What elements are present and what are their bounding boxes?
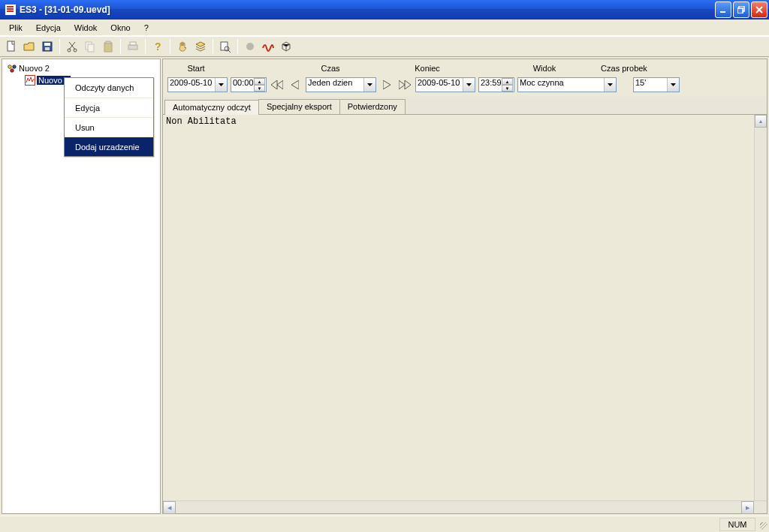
widok-value: Moc czynna	[518, 78, 604, 92]
probek-value: 15'	[634, 78, 667, 92]
svg-point-21	[13, 65, 17, 69]
content-area: Start Czas Koniec Widok Czas probek 2009…	[162, 59, 767, 514]
tree-panel: Nuovo 2 Nuovo 3 Odczyty danych Edycja Us…	[2, 59, 161, 514]
resize-grip-icon[interactable]	[755, 518, 769, 531]
scroll-up-icon[interactable]: ▲	[755, 115, 767, 128]
context-menu: Odczyty danych Edycja Usun Dodaj urzadze…	[64, 77, 154, 157]
menu-okno[interactable]: Okno	[104, 22, 136, 34]
label-koniec: Koniec	[399, 64, 456, 73]
svg-rect-17	[221, 42, 228, 50]
svg-point-22	[11, 69, 14, 73]
spinner-buttons[interactable]: ▲▼	[502, 78, 513, 92]
svg-rect-1	[720, 11, 725, 13]
document-text: Non Abilitata	[163, 115, 767, 128]
svg-rect-4	[8, 41, 14, 51]
tab-automatyczny[interactable]: Automatyczny odczyt	[164, 100, 259, 115]
label-widok: Widok	[495, 64, 594, 73]
svg-point-19	[246, 43, 254, 50]
hand-icon[interactable]	[174, 38, 191, 55]
svg-rect-3	[737, 8, 743, 14]
dropdown-arrow-icon[interactable]	[215, 78, 227, 92]
vertical-scrollbar[interactable]: ▲	[754, 115, 767, 500]
svg-rect-6	[44, 43, 50, 46]
dropdown-arrow-icon[interactable]	[363, 78, 375, 92]
tab-potwierdzony[interactable]: Potwierdzony	[339, 99, 406, 114]
client-area: Nuovo 2 Nuovo 3 Odczyty danych Edycja Us…	[0, 57, 769, 515]
start-time-spinner[interactable]: 00:00 ▲▼	[231, 77, 267, 92]
context-item-dodaj[interactable]: Dodaj urzadzenie	[65, 137, 153, 156]
dropdown-arrow-icon[interactable]	[463, 78, 475, 92]
svg-rect-11	[88, 44, 94, 52]
toolbar: ?	[0, 36, 769, 57]
scroll-right-icon[interactable]: ▶	[741, 501, 754, 514]
copy-icon[interactable]	[82, 38, 98, 55]
czas-combo[interactable]: Jeden dzien	[306, 77, 376, 92]
svg-rect-14	[128, 45, 137, 50]
spinner-buttons[interactable]: ▲▼	[254, 78, 265, 92]
wave-icon[interactable]	[260, 38, 276, 55]
end-time-spinner[interactable]: 23:59 ▲▼	[478, 77, 514, 92]
menu-edycja[interactable]: Edycja	[30, 22, 67, 34]
app-icon	[5, 4, 17, 16]
menubar: Plik Edycja Widok Okno ?	[0, 20, 769, 36]
status-num: NUM	[719, 518, 755, 531]
first-icon[interactable]	[270, 77, 285, 92]
layers-icon[interactable]	[192, 38, 209, 55]
statusbar: NUM	[0, 515, 769, 532]
save-icon[interactable]	[39, 38, 56, 55]
start-date-value: 2009-05-10	[168, 78, 215, 92]
paste-icon[interactable]	[100, 38, 116, 55]
cut-icon[interactable]	[64, 38, 80, 55]
svg-rect-12	[104, 43, 112, 52]
svg-rect-7	[45, 47, 50, 50]
dropdown-arrow-icon[interactable]	[604, 78, 616, 92]
tabs-bar: Automatyczny odczyt Specjalny eksport Po…	[162, 97, 767, 115]
next-icon[interactable]	[379, 77, 394, 92]
menu-plik[interactable]: Plik	[3, 22, 29, 34]
probek-combo[interactable]: 15'	[633, 77, 680, 92]
minimize-button[interactable]	[715, 2, 731, 18]
cube-icon[interactable]	[278, 38, 294, 55]
end-date-combo[interactable]: 2009-05-10	[415, 77, 475, 92]
new-file-icon[interactable]	[3, 38, 20, 55]
context-item-edycja[interactable]: Edycja	[65, 98, 153, 117]
titlebar: ES3 - [31-01-09.uevd]	[0, 0, 769, 20]
start-time-value: 00:00	[231, 78, 254, 92]
help-icon[interactable]: ?	[149, 38, 166, 55]
start-date-combo[interactable]: 2009-05-10	[167, 77, 228, 92]
svg-rect-13	[106, 41, 110, 44]
context-item-odczyty[interactable]: Odczyty danych	[65, 78, 153, 98]
circles-icon	[7, 63, 17, 74]
label-start: Start	[167, 64, 225, 73]
close-button[interactable]	[751, 2, 767, 18]
tab-specjalny[interactable]: Specjalny eksport	[258, 99, 340, 114]
svg-text:?: ?	[155, 41, 161, 53]
record-icon[interactable]	[242, 38, 258, 55]
horizontal-scrollbar[interactable]: ◀ ▶	[163, 500, 767, 513]
chart-icon	[25, 75, 35, 86]
end-date-value: 2009-05-10	[416, 78, 463, 92]
menu-help[interactable]: ?	[138, 22, 155, 34]
document-area: Non Abilitata ▲ ◀ ▶	[162, 115, 767, 514]
open-file-icon[interactable]	[21, 38, 38, 55]
tree-root-label: Nuovo 2	[19, 64, 50, 73]
czas-value: Jeden dzien	[306, 78, 363, 92]
svg-point-20	[8, 65, 12, 69]
context-item-usun[interactable]: Usun	[65, 117, 153, 137]
preview-icon[interactable]	[217, 38, 234, 55]
filters-bar: Start Czas Koniec Widok Czas probek 2009…	[162, 59, 767, 97]
last-icon[interactable]	[397, 77, 412, 92]
menu-widok[interactable]: Widok	[68, 22, 104, 34]
prev-icon[interactable]	[288, 77, 303, 92]
widok-combo[interactable]: Moc czynna	[517, 77, 617, 92]
tree-root[interactable]: Nuovo 2	[4, 62, 158, 74]
svg-rect-15	[130, 42, 136, 45]
label-czas-probek: Czas probek	[594, 64, 654, 73]
scroll-left-icon[interactable]: ◀	[163, 501, 176, 514]
window-title: ES3 - [31-01-09.uevd]	[20, 5, 110, 15]
dropdown-arrow-icon[interactable]	[667, 78, 679, 92]
restore-button[interactable]	[733, 2, 749, 18]
end-time-value: 23:59	[479, 78, 502, 92]
print-icon[interactable]	[125, 38, 141, 55]
label-czas: Czas	[295, 64, 366, 73]
